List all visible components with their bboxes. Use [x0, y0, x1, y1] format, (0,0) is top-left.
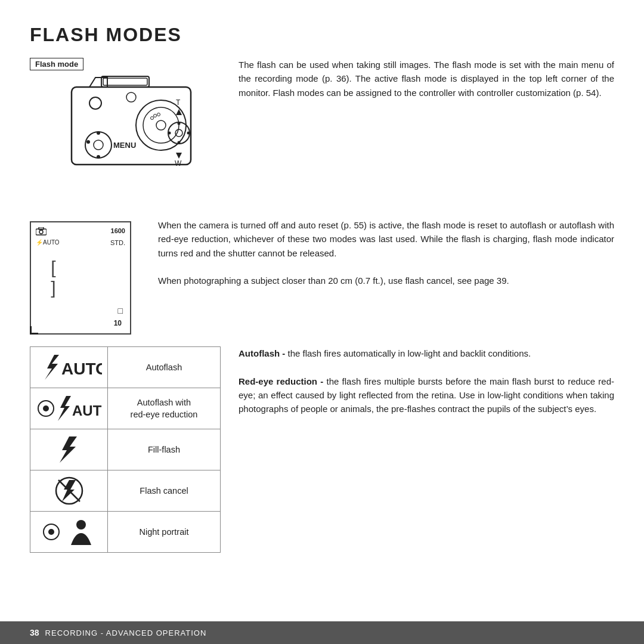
redeye-label: Autoflash withred-eye reduction — [108, 392, 220, 426]
desc-redeye: Red-eye reduction - the flash fires mult… — [239, 374, 614, 416]
middle-right: When the camera is turned off and auto r… — [149, 218, 614, 287]
svg-point-23 — [178, 122, 181, 125]
footer: 38 Recording - advanced operation — [0, 621, 644, 644]
svg-text:T: T — [176, 98, 181, 107]
svg-point-6 — [151, 117, 154, 120]
screen-diagram: 1600 ⚡AUTO STD. [ ] □ 10 — [30, 221, 131, 335]
svg-rect-2 — [103, 78, 147, 85]
mode-row-redeye: AUTO Autoflash withred-eye reduction — [30, 388, 221, 429]
svg-point-26 — [168, 132, 171, 135]
desc-autoflash: Autoflash - the flash fires automaticall… — [239, 346, 614, 360]
svg-point-22 — [175, 129, 182, 137]
svg-point-33 — [43, 405, 49, 411]
middle-section: 1600 ⚡AUTO STD. [ ] □ 10 When the camera… — [30, 218, 614, 335]
svg-rect-1 — [72, 87, 191, 165]
svg-text:W: W — [175, 159, 182, 168]
modes-table: AUTO Autoflash AUTO — [30, 346, 221, 553]
mode-row-autoflash: AUTO Autoflash — [30, 346, 221, 388]
middle-para1: When the camera is turned off and auto r… — [158, 218, 614, 260]
svg-point-42 — [76, 520, 86, 530]
svg-text:AUTO: AUTO — [61, 360, 102, 378]
desc-autoflash-bold: Autoflash - — [239, 348, 285, 358]
modes-descriptions: Autoflash - the flash fires automaticall… — [221, 346, 614, 416]
svg-point-14 — [86, 140, 90, 144]
svg-point-29 — [39, 230, 43, 234]
night-portrait-label: Night portrait — [108, 521, 220, 543]
fill-flash-label: Fill-flash — [108, 439, 220, 460]
svg-marker-20 — [176, 153, 182, 159]
footer-page-number: 38 — [30, 628, 39, 637]
page: FLASH MODES Flash mode — [0, 0, 644, 644]
screen-camera-icon — [36, 227, 47, 237]
middle-left: 1600 ⚡AUTO STD. [ ] □ 10 — [30, 218, 149, 335]
svg-point-12 — [94, 140, 103, 150]
mode-row-night: Night portrait — [30, 511, 221, 553]
svg-point-13 — [97, 131, 100, 135]
screen-iso: 1600 — [111, 227, 125, 234]
screen-bracket: [ ] — [51, 258, 100, 298]
svg-text:AUTO: AUTO — [72, 402, 102, 419]
svg-point-7 — [154, 114, 157, 117]
flash-cancel-icon — [30, 470, 108, 511]
screen-std: STD. — [110, 239, 125, 246]
screen-count: 10 — [114, 319, 122, 327]
svg-marker-36 — [60, 436, 77, 463]
desc-redeye-bold: Red-eye reduction - — [239, 376, 323, 386]
svg-point-10 — [126, 92, 136, 102]
page-title: FLASH MODES — [30, 24, 614, 46]
svg-point-24 — [187, 132, 190, 135]
screen-flash-auto: ⚡AUTO — [36, 239, 60, 246]
svg-text:MENU: MENU — [113, 141, 136, 150]
flash-cancel-label: Flash cancel — [108, 480, 220, 501]
svg-point-41 — [48, 529, 54, 535]
svg-point-8 — [157, 113, 160, 116]
camera-diagram: MENU T W — [48, 70, 203, 209]
top-left: Flash mode — [30, 58, 221, 209]
redeye-icon: AUTO — [30, 388, 108, 429]
top-section: Flash mode — [30, 58, 614, 209]
mode-row-cancel: Flash cancel — [30, 470, 221, 511]
svg-point-5 — [156, 120, 166, 130]
screen-icon: □ — [118, 306, 123, 315]
top-right-text: The flash can be used when taking still … — [221, 58, 614, 100]
flash-mode-label: Flash mode — [30, 58, 83, 70]
svg-rect-28 — [39, 227, 44, 230]
night-portrait-icon — [30, 512, 108, 552]
fill-flash-icon — [30, 429, 108, 470]
svg-point-25 — [178, 141, 181, 144]
svg-point-9 — [89, 97, 101, 109]
autoflash-label: Autoflash — [108, 357, 220, 378]
svg-marker-30 — [45, 355, 59, 380]
middle-para2: When photographing a subject closer than… — [158, 274, 614, 287]
footer-text: Recording - advanced operation — [45, 628, 207, 637]
corner-bracket — [30, 326, 38, 335]
mode-row-fill: Fill-flash — [30, 429, 221, 470]
desc-autoflash-text: the flash fires automatically in low-lig… — [285, 348, 531, 358]
autoflash-icon: AUTO — [30, 347, 108, 388]
svg-point-11 — [85, 132, 112, 158]
svg-point-4 — [143, 107, 179, 143]
bottom-section: AUTO Autoflash AUTO — [30, 346, 614, 644]
svg-point-15 — [97, 155, 100, 159]
svg-marker-34 — [58, 396, 71, 421]
